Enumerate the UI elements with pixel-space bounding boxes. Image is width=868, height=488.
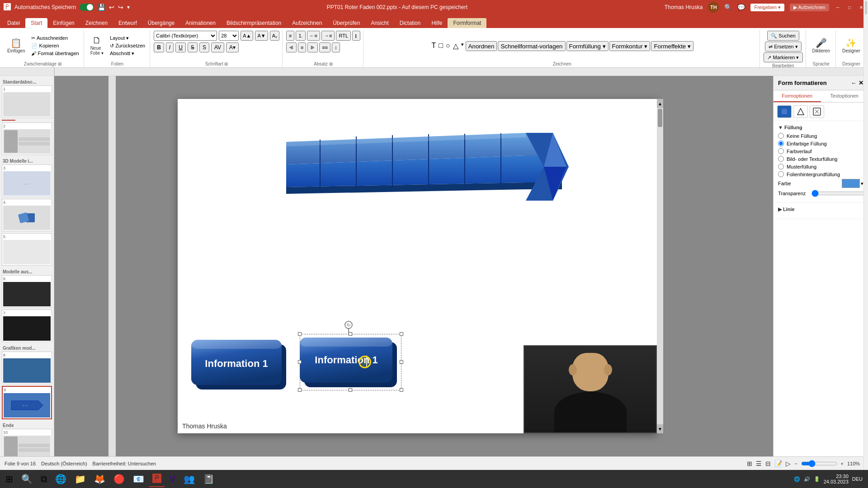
fill-line-icon-btn[interactable] xyxy=(777,105,792,118)
align-right-btn[interactable]: ⫸ xyxy=(307,42,318,52)
columns-btn[interactable]: ⫿ xyxy=(352,31,360,41)
font-color-btn[interactable]: A▾ xyxy=(226,42,239,52)
panel-scroll-thumb[interactable] xyxy=(865,1,867,14)
shapes-more[interactable]: ▾ xyxy=(460,41,465,51)
bold-btn[interactable]: B xyxy=(154,42,164,52)
minimize-btn[interactable]: ─ xyxy=(835,4,841,10)
color-swatch[interactable] xyxy=(842,179,860,188)
handle-tl[interactable] xyxy=(298,332,302,336)
redo-icon[interactable]: ↪ xyxy=(118,4,123,11)
handle-bm[interactable] xyxy=(349,388,352,392)
numbered-list-btn[interactable]: 1. xyxy=(296,31,305,41)
handle-ml[interactable] xyxy=(298,360,302,364)
zoom-slider[interactable] xyxy=(801,460,837,467)
tab-dictation[interactable]: Dictation xyxy=(394,18,426,28)
btn-einfuegen[interactable]: 📋 Einfügen xyxy=(5,38,28,54)
slide-thumb-6[interactable]: 6 xyxy=(2,275,52,308)
slide-thumb-2[interactable]: 2 xyxy=(2,122,52,155)
fuellung-title[interactable]: ▼ Füllung xyxy=(778,125,863,130)
zoom-out-btn[interactable]: − xyxy=(794,461,797,466)
chrome-btn[interactable]: 🔴 xyxy=(110,471,128,487)
rtl-btn[interactable]: RTL xyxy=(336,31,351,41)
maximize-btn[interactable]: □ xyxy=(846,4,853,10)
shadow-btn[interactable]: S xyxy=(199,42,209,52)
linie-title[interactable]: ▶ Linie xyxy=(778,206,863,212)
accessibility-info[interactable]: Barrierefreiheit: Untersuchen xyxy=(93,461,156,466)
explorer-btn[interactable]: 📁 xyxy=(71,471,90,487)
teams-btn[interactable]: 👥 xyxy=(180,471,198,487)
tab-einfuegen[interactable]: Einfügen xyxy=(47,18,80,28)
taskview-btn[interactable]: ⧉ xyxy=(37,471,51,487)
search-icon[interactable]: 🔍 xyxy=(724,4,732,11)
align-center-btn[interactable]: ≡ xyxy=(298,42,306,52)
powerpoint-active-btn[interactable]: 🅿 xyxy=(149,471,165,487)
justify-btn[interactable]: ≡≡ xyxy=(319,42,330,52)
tab-zeichnen[interactable]: Zeichnen xyxy=(80,18,113,28)
tab-ueberpruefen[interactable]: Überprüfen xyxy=(327,18,365,28)
text-btn[interactable]: T xyxy=(431,41,437,51)
comments-icon[interactable]: 💬 xyxy=(737,4,745,11)
decrease-indent-btn[interactable]: ←≡ xyxy=(307,31,320,41)
clock-date[interactable]: 23:30 24.03.2023 xyxy=(824,474,849,484)
strikethrough-btn[interactable]: S̶ xyxy=(188,42,198,52)
view-notes-btn[interactable]: 📝 xyxy=(774,460,782,467)
align-left-btn[interactable]: ⫷ xyxy=(286,42,297,52)
oval-btn[interactable]: ○ xyxy=(445,41,451,51)
tab-textoptionen[interactable]: Textoptionen xyxy=(821,90,868,102)
btn-format-uebertragen[interactable]: 🖌 Format übertragen xyxy=(29,50,80,56)
line-spacing-btn[interactable]: ↕ xyxy=(332,42,340,52)
tab-uebergaenge[interactable]: Übergänge xyxy=(142,18,180,28)
btn-layout[interactable]: Layout ▾ xyxy=(108,35,147,42)
slide-canvas[interactable]: Information 1 ↻ xyxy=(178,99,657,433)
btn-diktieren[interactable]: 🎤 Diktieren xyxy=(810,38,833,54)
italic-btn[interactable]: I xyxy=(166,42,174,52)
undo-icon[interactable]: ↩ xyxy=(109,4,114,11)
btn-neue-folie[interactable]: 🗋 NeueFolie ▾ xyxy=(88,35,106,56)
btn-zuruecksetzen[interactable]: ↺ Zurücksetzen xyxy=(108,42,147,49)
radio-bild-textur[interactable] xyxy=(778,156,784,162)
shape-icon-btn[interactable] xyxy=(793,105,808,118)
scroll-up-btn[interactable]: ▲ xyxy=(657,99,663,108)
onenote-btn[interactable]: 📓 xyxy=(199,471,218,487)
scroll-bar-right[interactable]: ▲ ▼ xyxy=(657,99,663,433)
effect-btn[interactable]: Formeffekte ▾ xyxy=(651,41,693,51)
radio-farbverlauf[interactable] xyxy=(778,148,784,154)
share-btn[interactable]: Freigeben ▾ xyxy=(750,4,784,11)
font-decrease-btn[interactable]: A▼ xyxy=(255,31,268,41)
tab-entwurf[interactable]: Entwurf xyxy=(113,18,142,28)
radio-einfarbig[interactable] xyxy=(778,141,784,146)
save-icon[interactable]: 💾 xyxy=(98,4,105,11)
view-outline-btn[interactable]: ☰ xyxy=(756,460,762,467)
view-reading-btn[interactable]: ▷ xyxy=(786,460,791,467)
select-btn[interactable]: ↗ Markieren ▾ xyxy=(764,52,802,62)
tab-bildschirm[interactable]: Bildschirmpräsentation xyxy=(221,18,287,28)
handle-mr[interactable] xyxy=(400,360,403,364)
slide-thumb-9[interactable]: 9 →→ xyxy=(2,386,52,419)
language-indicator[interactable]: DEU xyxy=(852,476,863,482)
char-spacing-btn[interactable]: AV xyxy=(211,42,224,52)
radio-muster[interactable] xyxy=(778,164,784,169)
btn-ausschneiden[interactable]: ✂ Ausschneiden xyxy=(29,35,80,42)
tab-start[interactable]: Start xyxy=(25,18,47,28)
btn-abschnitt[interactable]: Abschnitt ▾ xyxy=(108,50,147,57)
tab-aufzeichnen[interactable]: Aufzeichnen xyxy=(287,18,327,28)
font-family-select[interactable]: Calibri (Textkörper) xyxy=(154,31,217,41)
handle-br[interactable] xyxy=(400,388,403,392)
slide-thumb-3[interactable]: 3 - - - xyxy=(2,164,52,197)
zoom-level[interactable]: 110% xyxy=(847,461,863,466)
quick-styles-btn[interactable]: Schnellformat-vorlagen xyxy=(498,41,565,51)
tab-animationen[interactable]: Animationen xyxy=(180,18,221,28)
tab-ansicht[interactable]: Ansicht xyxy=(365,18,394,28)
right-panel-scrollbar[interactable] xyxy=(863,0,868,488)
arrow-shape[interactable] xyxy=(273,124,571,212)
firefox-btn[interactable]: 🦊 xyxy=(90,471,109,487)
effects-icon-btn[interactable] xyxy=(810,105,824,118)
handle-tr[interactable] xyxy=(400,332,403,336)
search-btn[interactable]: 🔍 Suchen xyxy=(767,31,799,41)
start-btn[interactable]: ⊞ xyxy=(2,471,17,487)
radio-folienhintergrund[interactable] xyxy=(778,171,784,177)
btn-kopieren[interactable]: 📄 Kopieren xyxy=(29,42,80,49)
tab-formoptionen[interactable]: Formoptionen xyxy=(774,90,821,102)
slide-thumb-5[interactable]: 5 xyxy=(2,233,52,266)
visio-btn[interactable]: V xyxy=(166,471,179,487)
